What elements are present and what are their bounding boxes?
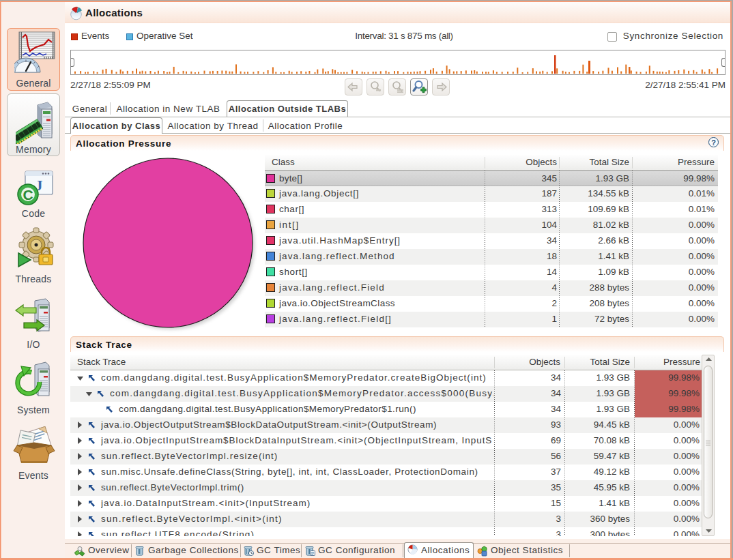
svg-text:C: C (23, 187, 33, 203)
